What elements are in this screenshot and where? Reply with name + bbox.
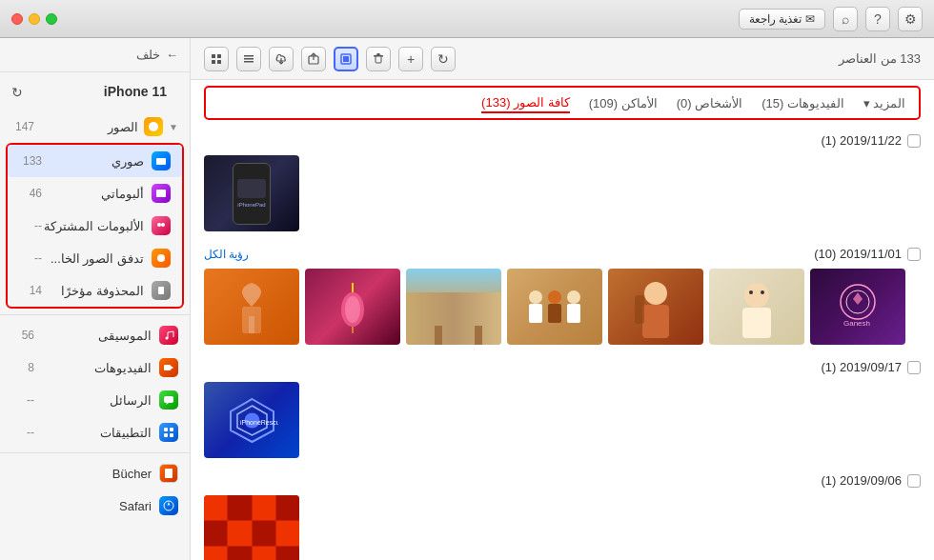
grid-view-button[interactable] [204, 47, 229, 71]
svg-rect-17 [165, 469, 173, 478]
feedback-button[interactable]: ✉ تغذية راجعة [739, 9, 825, 30]
messages-label: الرسائل [110, 393, 152, 408]
sidebar-section-photos[interactable]: ▼ الصور 147 [0, 112, 190, 141]
sidebar-item-deleted[interactable]: المحذوفة مؤخرًا 14 [8, 274, 182, 307]
svg-point-38 [345, 296, 360, 323]
minimize-button[interactable] [29, 13, 40, 25]
svg-rect-11 [164, 396, 173, 403]
photo-thumb-p9[interactable]: iPhoneRescue [204, 382, 299, 458]
svg-point-8 [166, 337, 169, 340]
sidebar-item-myphotos[interactable]: صوري 133 [8, 145, 182, 177]
svg-point-2 [159, 160, 163, 164]
apps-count: -- [11, 426, 34, 439]
settings-button[interactable]: ⚙ [898, 7, 923, 31]
add-button[interactable]: + [398, 47, 423, 71]
back-button[interactable]: ← خلف [0, 38, 190, 72]
maximize-button[interactable] [46, 13, 57, 25]
sidebar-divider-1 [0, 314, 190, 315]
deleted-count: 14 [19, 284, 42, 297]
chevron-icon: ▼ [169, 122, 178, 132]
refresh-button[interactable]: ↻ [431, 47, 456, 71]
tab-videos[interactable]: الفيديوهات (15) [761, 94, 844, 112]
messages-icon [159, 390, 178, 410]
svg-rect-51 [742, 308, 771, 338]
photo-group-1: 2019/11/22 (1) iPhonePad [204, 133, 921, 231]
messages-count: -- [11, 393, 34, 407]
photo-group-2: 2019/11/01 (10) رؤية الكل [204, 247, 921, 345]
list-view-button[interactable] [236, 47, 261, 71]
svg-rect-7 [158, 287, 164, 294]
sidebar: ← خلف iPhone 11 ↻ ▼ الصور 147 [0, 38, 191, 560]
sidebar-item-safari[interactable]: Safari [0, 490, 190, 522]
back-arrow-icon: ← [166, 48, 178, 62]
photo-thumb-p5[interactable] [507, 269, 602, 345]
svg-rect-33 [212, 60, 215, 64]
myphotos-count: 133 [19, 154, 42, 168]
sidebar-item-videos[interactable]: الفيديوهات 8 [0, 351, 190, 384]
svg-rect-46 [567, 304, 580, 323]
photo-group-4: 2019/09/06 (1) [204, 473, 921, 560]
sidebar-item-stream[interactable]: تدفق الصور الخا... -- [8, 242, 182, 274]
group4-checkbox[interactable] [907, 474, 921, 488]
photos-subsection: صوري 133 ألبوماتي 46 [6, 143, 184, 309]
buecher-icon [159, 464, 178, 483]
tab-more[interactable]: المزيد ▾ [863, 96, 905, 110]
photo-thumb-p1[interactable]: iPhonePad [204, 155, 299, 231]
photo-thumb-p7[interactable] [709, 269, 804, 345]
photo-grid-4 [204, 495, 921, 560]
sidebar-item-messages[interactable]: الرسائل -- [0, 384, 190, 416]
search-button[interactable]: ⌕ [833, 7, 858, 31]
sidebar-item-apps[interactable]: التطبيقات -- [0, 416, 190, 449]
help-button[interactable]: ? [865, 7, 890, 31]
photo-thumb-p3[interactable] [305, 269, 400, 345]
group2-view-all[interactable]: رؤية الكل [204, 248, 249, 261]
group1-checkbox[interactable] [907, 134, 921, 148]
svg-marker-19 [168, 502, 171, 506]
content-area: 133 من العناصر ↻ + [191, 38, 934, 560]
svg-rect-44 [548, 304, 561, 323]
settings-icon: ⚙ [904, 11, 917, 27]
refresh-icon[interactable]: ↻ [11, 85, 23, 100]
tab-places[interactable]: الأماكن (109) [589, 94, 658, 112]
photo-thumb-p6[interactable] [608, 269, 703, 345]
photo-thumb-p10[interactable] [204, 495, 299, 560]
svg-rect-28 [244, 55, 254, 57]
tab-persons[interactable]: الأشخاص (0) [677, 94, 743, 112]
photo-grid-3: iPhoneRescue [204, 382, 921, 458]
titlebar-right: ✉ تغذية راجعة ⌕ ? ⚙ [739, 7, 923, 31]
close-button[interactable] [11, 13, 23, 25]
svg-marker-10 [171, 366, 173, 370]
photo-thumb-p8[interactable]: Ganesh [810, 269, 905, 345]
svg-rect-32 [217, 54, 221, 58]
group3-checkbox[interactable] [907, 361, 921, 374]
item-count: 133 من العناصر [839, 51, 921, 66]
photos-section-icon [144, 117, 163, 136]
delete-button[interactable] [366, 47, 391, 71]
cloud-button[interactable] [269, 47, 294, 71]
videos-count: 8 [11, 361, 34, 374]
group3-date: 2019/09/17 (1) [821, 360, 902, 374]
svg-rect-15 [164, 433, 168, 437]
svg-rect-29 [244, 58, 254, 60]
svg-rect-14 [170, 428, 173, 431]
toolbar-actions: ↻ + [204, 47, 456, 71]
photo-thumb-p4[interactable] [406, 269, 501, 345]
sidebar-item-music[interactable]: الموسيقى 56 [0, 319, 190, 351]
more-label: المزيد [873, 96, 905, 110]
svg-point-50 [744, 283, 769, 308]
group2-checkbox[interactable] [907, 248, 921, 261]
photo-group-header-4: 2019/09/06 (1) [204, 473, 921, 488]
sidebar-item-shared[interactable]: الألبومات المشتركة -- [8, 210, 182, 242]
share-button[interactable] [301, 47, 326, 71]
photo-thumb-p2[interactable] [204, 269, 299, 345]
tab-all-photos[interactable]: كافة الصور (133) [481, 93, 570, 113]
sidebar-item-buecher[interactable]: Bücher [0, 457, 190, 490]
svg-rect-22 [377, 53, 380, 55]
sidebar-item-albums[interactable]: ألبوماتي 46 [8, 177, 182, 210]
sidebar-divider-2 [0, 452, 190, 453]
export-button[interactable] [334, 47, 358, 71]
group4-date: 2019/09/06 (1) [821, 473, 902, 488]
device-name: iPhone 11 [92, 78, 178, 107]
svg-rect-49 [635, 295, 644, 324]
main-container: ← خلف iPhone 11 ↻ ▼ الصور 147 [0, 38, 934, 560]
